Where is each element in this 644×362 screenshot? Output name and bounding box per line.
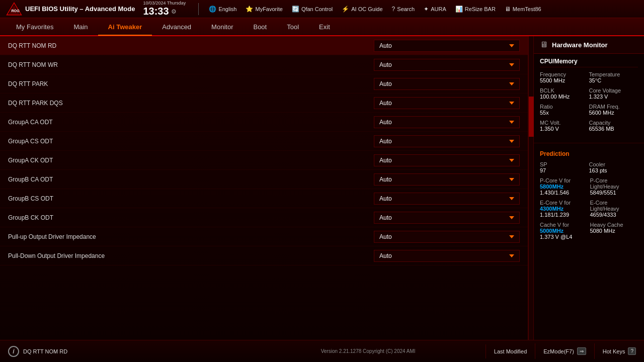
setting-value-dq-rtt-park-dqs[interactable]: Auto xyxy=(374,97,520,109)
setting-row-dq-rtt-park[interactable]: DQ RTT PARKAuto xyxy=(0,74,528,94)
setting-value-pulldown-output[interactable]: Auto xyxy=(374,250,520,262)
tab-boot[interactable]: Boot xyxy=(243,19,277,35)
dropdown-arrow-icon xyxy=(509,254,514,257)
separator xyxy=(198,3,199,15)
search-icon: ? xyxy=(392,6,395,13)
setting-value-groupa-ck-odt[interactable]: Auto xyxy=(374,154,520,166)
setting-value-text-dq-rtt-nom-rd: Auto xyxy=(379,42,507,49)
dropdown-arrow-icon xyxy=(509,216,514,219)
top-bar: ROG UEFI BIOS Utility – Advanced Mode 10… xyxy=(0,0,644,18)
dram-freq-label: DRAM Freq. xyxy=(589,104,638,110)
setting-name-groupa-ck-odt: GroupA CK ODT xyxy=(8,157,53,164)
nav-language[interactable]: 🌐 English xyxy=(205,4,240,14)
setting-value-pullup-output[interactable]: Auto xyxy=(374,231,520,243)
setting-row-dq-rtt-park-dqs[interactable]: DQ RTT PARK DQSAuto xyxy=(0,94,528,113)
frequency-label: Frequency xyxy=(540,71,589,77)
aura-label: AURA xyxy=(431,6,446,12)
capacity-label: Capacity xyxy=(589,120,638,126)
ratio-col: Ratio 55x xyxy=(540,104,589,116)
setting-value-groupa-ca-odt[interactable]: Auto xyxy=(374,116,520,128)
setting-row-groupa-ca-odt[interactable]: GroupA CA ODTAuto xyxy=(0,113,528,132)
setting-name-groupa-ca-odt: GroupA CA ODT xyxy=(8,119,53,126)
hotkeys-button[interactable]: Hot Keys ? xyxy=(594,343,644,359)
nav-aura[interactable]: ✦ AURA xyxy=(420,4,450,14)
logo-area: ROG UEFI BIOS Utility – Advanced Mode xyxy=(6,2,135,16)
prediction-title: Prediction xyxy=(540,150,638,157)
setting-value-dq-rtt-park[interactable]: Auto xyxy=(374,78,520,90)
hotkeys-label: Hot Keys xyxy=(603,348,625,354)
prediction-section: Prediction SP 97 Cooler 163 pts P-Core V… xyxy=(534,146,644,248)
cache-v-col: Cache V for 5000MHz 1.373 V @L4 xyxy=(540,222,588,240)
ezmode-label: EzMode(F7) xyxy=(543,348,574,354)
tab-monitor[interactable]: Monitor xyxy=(201,19,243,35)
monitor-icon: 🖥 xyxy=(540,40,548,49)
setting-row-groupa-cs-odt[interactable]: GroupA CS ODTAuto xyxy=(0,132,528,151)
setting-value-dq-rtt-nom-rd[interactable]: Auto xyxy=(374,40,520,52)
setting-value-text-groupb-ck-odt: Auto xyxy=(379,214,507,221)
setting-row-dq-rtt-nom-wr[interactable]: DQ RTT NOM WRAuto xyxy=(0,55,528,74)
nav-qfan[interactable]: 🔄 Qfan Control xyxy=(288,4,337,14)
setting-row-groupb-ck-odt[interactable]: GroupB CK ODTAuto xyxy=(0,208,528,227)
tab-exit[interactable]: Exit xyxy=(309,19,340,35)
setting-row-groupb-cs-odt[interactable]: GroupB CS ODTAuto xyxy=(0,189,528,208)
scrollbar-thumb[interactable] xyxy=(529,97,534,137)
core-voltage-label: Core Voltage xyxy=(589,87,638,94)
dropdown-arrow-icon xyxy=(509,63,514,66)
nav-memtest[interactable]: 🖥 MemTest86 xyxy=(501,4,545,14)
date-display: 10/03/2024 Thursday xyxy=(143,1,188,6)
dropdown-arrow-icon xyxy=(509,44,514,47)
memtest-icon: 🖥 xyxy=(505,6,511,13)
setting-value-text-dq-rtt-park-dqs: Auto xyxy=(379,100,507,107)
tab-aitweaker[interactable]: Ai Tweaker xyxy=(98,19,152,35)
dram-freq-col: DRAM Freq. 5600 MHz xyxy=(589,104,638,116)
setting-row-pulldown-output[interactable]: Pull-Down Output Driver ImpedanceAuto xyxy=(0,246,528,265)
setting-value-text-groupb-cs-odt: Auto xyxy=(379,195,507,202)
setting-value-text-groupb-ca-odt: Auto xyxy=(379,176,507,183)
ezmode-button[interactable]: EzMode(F7) ⇒ xyxy=(535,343,594,359)
nav-aioc[interactable]: ⚡ AI OC Guide xyxy=(338,4,386,14)
setting-value-groupa-cs-odt[interactable]: Auto xyxy=(374,135,520,147)
search-label: Search xyxy=(397,6,415,12)
nav-search[interactable]: ? Search xyxy=(388,4,419,14)
scrollbar[interactable] xyxy=(528,36,533,340)
nav-myfavorite[interactable]: ⭐ MyFavorite xyxy=(242,4,286,14)
last-modified-button[interactable]: Last Modified xyxy=(486,344,535,358)
settings-gear-icon[interactable]: ⚙ xyxy=(171,8,177,15)
cache-v-freq: 5000MHz xyxy=(540,228,564,234)
setting-name-dq-rtt-park: DQ RTT PARK xyxy=(8,80,48,87)
setting-value-groupb-cs-odt[interactable]: Auto xyxy=(374,193,520,205)
setting-name-groupb-ck-odt: GroupB CK ODT xyxy=(8,214,53,221)
tab-main[interactable]: Main xyxy=(63,19,98,35)
setting-value-groupb-ck-odt[interactable]: Auto xyxy=(374,212,520,224)
nav-resizebar[interactable]: 📊 ReSize BAR xyxy=(451,4,500,14)
ecore-v-value: 1.181/1.239 xyxy=(540,212,588,218)
setting-value-groupb-ca-odt[interactable]: Auto xyxy=(374,173,520,186)
status-desc: DQ RTT NOM RD xyxy=(23,348,67,354)
bclk-col: BCLK 100.00 MHz xyxy=(540,87,589,100)
setting-row-groupa-ck-odt[interactable]: GroupA CK ODTAuto xyxy=(0,151,528,170)
setting-value-text-pullup-output: Auto xyxy=(379,233,507,240)
datetime-area: 10/03/2024 Thursday 13:33 ⚙ xyxy=(143,1,188,17)
setting-name-groupb-ca-odt: GroupB CA ODT xyxy=(8,176,53,183)
last-modified-label: Last Modified xyxy=(494,348,527,354)
resize-icon: 📊 xyxy=(455,6,463,13)
cpu-memory-title: CPU/Memory xyxy=(540,58,638,67)
bios-title: UEFI BIOS Utility – Advanced Mode xyxy=(25,5,135,13)
tab-favorites[interactable]: My Favorites xyxy=(6,19,63,35)
content-area: DQ RTT NOM RDAutoDQ RTT NOM WRAutoDQ RTT… xyxy=(0,36,644,340)
cooler-value: 163 pts xyxy=(589,167,638,173)
setting-row-dq-rtt-nom-rd[interactable]: DQ RTT NOM RDAuto xyxy=(0,36,528,55)
tab-advanced[interactable]: Advanced xyxy=(152,19,201,35)
pcore-v-freq: 5800MHz xyxy=(540,184,564,190)
bclk-row: BCLK 100.00 MHz Core Voltage 1.323 V xyxy=(540,87,638,100)
setting-row-groupb-ca-odt[interactable]: GroupB CA ODTAuto xyxy=(0,170,528,189)
cache-v-row: Cache V for 5000MHz 1.373 V @L4 Heavy Ca… xyxy=(540,222,638,240)
setting-name-pullup-output: Pull-up Output Driver Impedance xyxy=(8,233,96,240)
heavy-cache-label: Heavy Cache xyxy=(590,222,638,228)
tab-tool[interactable]: Tool xyxy=(277,19,309,35)
setting-value-dq-rtt-nom-wr[interactable]: Auto xyxy=(374,59,520,71)
frequency-col: Frequency 5500 MHz xyxy=(540,71,589,83)
language-label: English xyxy=(218,6,236,12)
dropdown-arrow-icon xyxy=(509,235,514,238)
setting-row-pullup-output[interactable]: Pull-up Output Driver ImpedanceAuto xyxy=(0,227,528,246)
